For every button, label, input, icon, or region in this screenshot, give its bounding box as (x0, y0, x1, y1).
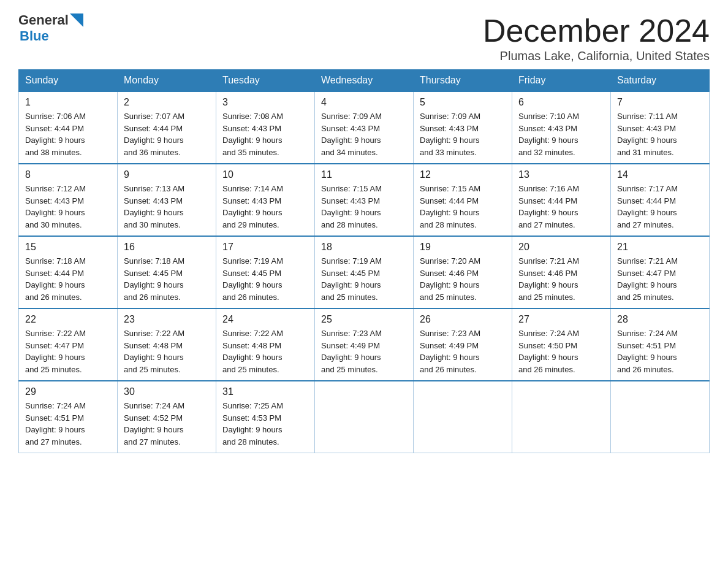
calendar-cell-2-5: 20 Sunrise: 7:21 AM Sunset: 4:46 PM Dayl… (512, 236, 611, 308)
calendar-cell-4-2: 31 Sunrise: 7:25 AM Sunset: 4:53 PM Dayl… (216, 381, 315, 453)
month-title: December 2024 (483, 12, 710, 49)
days-header-row: Sunday Monday Tuesday Wednesday Thursday… (19, 70, 710, 92)
day-info: Sunrise: 7:10 AM Sunset: 4:43 PM Dayligh… (518, 110, 604, 158)
day-number: 17 (222, 242, 308, 253)
day-number: 30 (124, 386, 210, 397)
calendar-cell-0-2: 3 Sunrise: 7:08 AM Sunset: 4:43 PM Dayli… (216, 91, 315, 164)
day-number: 10 (222, 169, 308, 180)
day-info: Sunrise: 7:19 AM Sunset: 4:45 PM Dayligh… (222, 255, 308, 303)
calendar-cell-1-3: 11 Sunrise: 7:15 AM Sunset: 4:43 PM Dayl… (315, 164, 414, 236)
week-row-5: 29 Sunrise: 7:24 AM Sunset: 4:51 PM Dayl… (19, 381, 710, 453)
calendar-cell-1-2: 10 Sunrise: 7:14 AM Sunset: 4:43 PM Dayl… (216, 164, 315, 236)
day-number: 5 (420, 97, 506, 108)
day-info: Sunrise: 7:22 AM Sunset: 4:47 PM Dayligh… (25, 327, 111, 375)
day-number: 9 (124, 169, 210, 180)
logo-arrow-icon (70, 13, 83, 27)
calendar-cell-2-0: 15 Sunrise: 7:18 AM Sunset: 4:44 PM Dayl… (19, 236, 118, 308)
calendar-cell-3-3: 25 Sunrise: 7:23 AM Sunset: 4:49 PM Dayl… (315, 308, 414, 381)
calendar-cell-0-0: 1 Sunrise: 7:06 AM Sunset: 4:44 PM Dayli… (19, 91, 118, 164)
calendar-cell-2-4: 19 Sunrise: 7:20 AM Sunset: 4:46 PM Dayl… (414, 236, 512, 308)
day-info: Sunrise: 7:24 AM Sunset: 4:51 PM Dayligh… (25, 400, 111, 448)
calendar-cell-0-1: 2 Sunrise: 7:07 AM Sunset: 4:44 PM Dayli… (118, 91, 216, 164)
calendar-cell-2-2: 17 Sunrise: 7:19 AM Sunset: 4:45 PM Dayl… (216, 236, 315, 308)
day-info: Sunrise: 7:23 AM Sunset: 4:49 PM Dayligh… (321, 327, 407, 375)
logo-general-text: General (18, 12, 69, 28)
day-info: Sunrise: 7:22 AM Sunset: 4:48 PM Dayligh… (222, 327, 308, 375)
day-number: 26 (420, 314, 506, 325)
day-info: Sunrise: 7:19 AM Sunset: 4:45 PM Dayligh… (321, 255, 407, 303)
day-number: 1 (25, 97, 111, 108)
header-saturday: Saturday (611, 70, 710, 92)
day-number: 18 (321, 242, 407, 253)
day-info: Sunrise: 7:23 AM Sunset: 4:49 PM Dayligh… (420, 327, 506, 375)
week-row-4: 22 Sunrise: 7:22 AM Sunset: 4:47 PM Dayl… (19, 308, 710, 381)
calendar-cell-3-4: 26 Sunrise: 7:23 AM Sunset: 4:49 PM Dayl… (414, 308, 512, 381)
day-number: 28 (617, 314, 703, 325)
day-info: Sunrise: 7:08 AM Sunset: 4:43 PM Dayligh… (222, 110, 308, 158)
day-info: Sunrise: 7:09 AM Sunset: 4:43 PM Dayligh… (420, 110, 506, 158)
day-number: 8 (25, 169, 111, 180)
day-number: 19 (420, 242, 506, 253)
week-row-2: 8 Sunrise: 7:12 AM Sunset: 4:43 PM Dayli… (19, 164, 710, 236)
day-info: Sunrise: 7:16 AM Sunset: 4:44 PM Dayligh… (518, 183, 604, 231)
day-info: Sunrise: 7:06 AM Sunset: 4:44 PM Dayligh… (25, 110, 111, 158)
day-number: 31 (222, 386, 308, 397)
calendar-cell-2-3: 18 Sunrise: 7:19 AM Sunset: 4:45 PM Dayl… (315, 236, 414, 308)
day-number: 27 (518, 314, 604, 325)
page-header: General Blue December 2024 Plumas Lake, … (18, 12, 710, 63)
header-tuesday: Tuesday (216, 70, 315, 92)
title-block: December 2024 Plumas Lake, California, U… (483, 12, 710, 63)
calendar-cell-3-0: 22 Sunrise: 7:22 AM Sunset: 4:47 PM Dayl… (19, 308, 118, 381)
calendar-cell-0-4: 5 Sunrise: 7:09 AM Sunset: 4:43 PM Dayli… (414, 91, 512, 164)
logo-blue-text: Blue (20, 28, 49, 44)
calendar-cell-3-1: 23 Sunrise: 7:22 AM Sunset: 4:48 PM Dayl… (118, 308, 216, 381)
day-number: 6 (518, 97, 604, 108)
calendar-cell-4-3 (315, 381, 414, 453)
day-info: Sunrise: 7:20 AM Sunset: 4:46 PM Dayligh… (420, 255, 506, 303)
calendar-cell-4-1: 30 Sunrise: 7:24 AM Sunset: 4:52 PM Dayl… (118, 381, 216, 453)
day-number: 16 (124, 242, 210, 253)
calendar-cell-0-3: 4 Sunrise: 7:09 AM Sunset: 4:43 PM Dayli… (315, 91, 414, 164)
day-info: Sunrise: 7:24 AM Sunset: 4:50 PM Dayligh… (518, 327, 604, 375)
day-info: Sunrise: 7:24 AM Sunset: 4:52 PM Dayligh… (124, 400, 210, 448)
calendar-cell-2-1: 16 Sunrise: 7:18 AM Sunset: 4:45 PM Dayl… (118, 236, 216, 308)
calendar-cell-1-5: 13 Sunrise: 7:16 AM Sunset: 4:44 PM Dayl… (512, 164, 611, 236)
day-info: Sunrise: 7:11 AM Sunset: 4:43 PM Dayligh… (617, 110, 703, 158)
day-number: 3 (222, 97, 308, 108)
calendar-cell-4-6 (611, 381, 710, 453)
day-number: 13 (518, 169, 604, 180)
day-number: 12 (420, 169, 506, 180)
header-friday: Friday (512, 70, 611, 92)
week-row-3: 15 Sunrise: 7:18 AM Sunset: 4:44 PM Dayl… (19, 236, 710, 308)
day-info: Sunrise: 7:07 AM Sunset: 4:44 PM Dayligh… (124, 110, 210, 158)
day-info: Sunrise: 7:17 AM Sunset: 4:44 PM Dayligh… (617, 183, 703, 231)
location-subtitle: Plumas Lake, California, United States (483, 49, 710, 63)
calendar-cell-1-0: 8 Sunrise: 7:12 AM Sunset: 4:43 PM Dayli… (19, 164, 118, 236)
calendar-cell-3-2: 24 Sunrise: 7:22 AM Sunset: 4:48 PM Dayl… (216, 308, 315, 381)
day-info: Sunrise: 7:18 AM Sunset: 4:45 PM Dayligh… (124, 255, 210, 303)
day-number: 2 (124, 97, 210, 108)
day-info: Sunrise: 7:13 AM Sunset: 4:43 PM Dayligh… (124, 183, 210, 231)
day-info: Sunrise: 7:15 AM Sunset: 4:44 PM Dayligh… (420, 183, 506, 231)
day-info: Sunrise: 7:18 AM Sunset: 4:44 PM Dayligh… (25, 255, 111, 303)
day-number: 29 (25, 386, 111, 397)
header-monday: Monday (118, 70, 216, 92)
calendar-cell-0-5: 6 Sunrise: 7:10 AM Sunset: 4:43 PM Dayli… (512, 91, 611, 164)
calendar-cell-1-4: 12 Sunrise: 7:15 AM Sunset: 4:44 PM Dayl… (414, 164, 512, 236)
day-number: 25 (321, 314, 407, 325)
calendar-cell-4-4 (414, 381, 512, 453)
calendar-cell-0-6: 7 Sunrise: 7:11 AM Sunset: 4:43 PM Dayli… (611, 91, 710, 164)
header-sunday: Sunday (19, 70, 118, 92)
header-thursday: Thursday (414, 70, 512, 92)
day-number: 11 (321, 169, 407, 180)
calendar-cell-2-6: 21 Sunrise: 7:21 AM Sunset: 4:47 PM Dayl… (611, 236, 710, 308)
day-info: Sunrise: 7:15 AM Sunset: 4:43 PM Dayligh… (321, 183, 407, 231)
day-info: Sunrise: 7:12 AM Sunset: 4:43 PM Dayligh… (25, 183, 111, 231)
day-info: Sunrise: 7:24 AM Sunset: 4:51 PM Dayligh… (617, 327, 703, 375)
day-info: Sunrise: 7:14 AM Sunset: 4:43 PM Dayligh… (222, 183, 308, 231)
day-number: 15 (25, 242, 111, 253)
day-info: Sunrise: 7:21 AM Sunset: 4:46 PM Dayligh… (518, 255, 604, 303)
day-number: 22 (25, 314, 111, 325)
header-wednesday: Wednesday (315, 70, 414, 92)
calendar-cell-4-5 (512, 381, 611, 453)
